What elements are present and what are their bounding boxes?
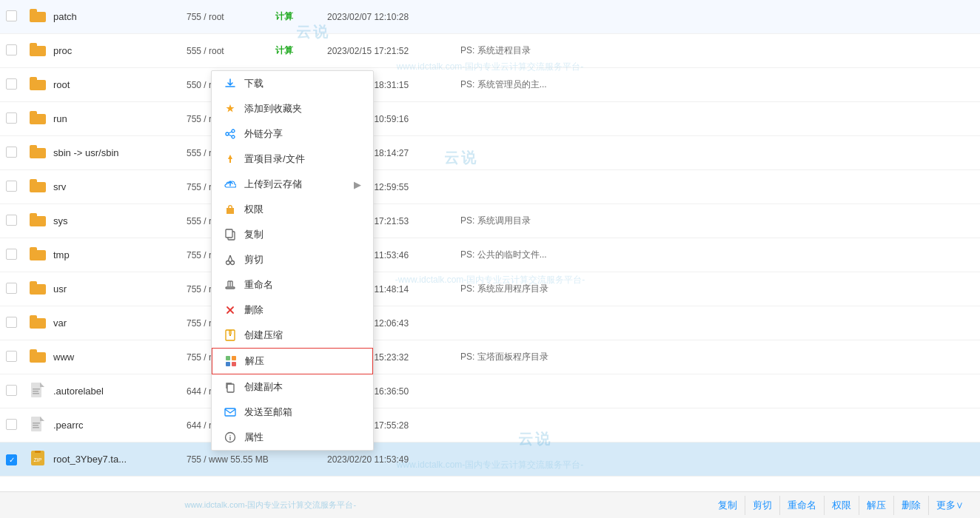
file-name-tmp[interactable]: tmp <box>53 249 187 260</box>
checkbox-indicator-tmp[interactable] <box>6 249 17 260</box>
file-name-var[interactable]: var <box>53 317 187 329</box>
menu-item-download[interactable]: 下载 <box>212 71 373 96</box>
file-name-usr[interactable]: usr <box>53 283 187 295</box>
checkbox-indicator-root_3Ybey7[interactable]: ✓ <box>6 454 17 465</box>
menu-item-create-copy[interactable]: 创建副本 <box>212 374 373 400</box>
checkbox-indicator-run[interactable] <box>6 112 17 124</box>
checkbox-tmp[interactable] <box>6 249 30 262</box>
svg-rect-3 <box>33 393 39 394</box>
file-row-usr[interactable]: usr755 / root2023/02/13 11:48:14PS: 系统应用… <box>0 272 980 306</box>
menu-icon-delete <box>224 303 237 317</box>
file-row-patch[interactable]: patch755 / root计算2023/02/07 12:10:28 <box>0 0 980 34</box>
bottom-action-delete[interactable]: 删除 <box>894 496 929 515</box>
file-icon-sys <box>30 213 53 229</box>
checkbox-indicator-var[interactable] <box>6 317 17 328</box>
checkbox-indicator-root[interactable] <box>6 78 17 90</box>
svg-text:i: i <box>229 434 232 442</box>
checkbox-patch[interactable] <box>6 10 30 24</box>
menu-item-properties[interactable]: i属性 <box>212 425 373 450</box>
svg-line-15 <box>229 135 232 136</box>
menu-item-upload-cloud[interactable]: 上传到云存储▶ <box>212 172 373 197</box>
menu-item-send-email[interactable]: 发送至邮箱 <box>212 400 373 425</box>
checkbox-root_3Ybey7[interactable]: ✓ <box>6 454 30 465</box>
checkbox-indicator-srv[interactable] <box>6 181 17 192</box>
checkbox-www[interactable] <box>6 351 30 364</box>
file-row-sys[interactable]: sys555 / root2023/02/15 17:21:53PS: 系统调用… <box>0 204 980 238</box>
menu-item-create-zip[interactable]: 创建压缩 <box>212 323 373 348</box>
file-row-tmp[interactable]: tmp755 / root2023/02/20 11:53:46PS: 公共的临… <box>0 238 980 272</box>
file-name-pearrc[interactable]: .pearrc <box>53 420 187 431</box>
file-name-autorelabel[interactable]: .autorelabel <box>53 386 187 397</box>
file-row-run[interactable]: run755 / root2023/02/20 10:59:16 <box>0 102 980 136</box>
bottom-action-more[interactable]: 更多∨ <box>929 496 971 515</box>
checkbox-indicator-autorelabel[interactable] <box>6 385 17 396</box>
checkbox-var[interactable] <box>6 317 30 330</box>
bottom-actions: 复制剪切重命名权限解压删除更多∨ <box>711 496 971 515</box>
menu-item-extract[interactable]: 解压 <box>212 348 373 374</box>
menu-label-cut: 剪切 <box>244 253 264 266</box>
menu-item-set-dir[interactable]: 置项目录/文件 <box>212 147 373 172</box>
checkbox-root[interactable] <box>6 78 30 92</box>
bottom-bar: www.idctalk.com-国内专业云计算交流服务平台- 复制剪切重命名权限… <box>0 491 980 518</box>
checkbox-sys[interactable] <box>6 215 30 228</box>
checkbox-run[interactable] <box>6 112 30 126</box>
menu-icon-create-zip <box>224 329 237 342</box>
file-row-root_3Ybey7[interactable]: ✓ZIProot_3Ybey7.ta...755 / www 55.55 MB2… <box>0 443 980 477</box>
svg-rect-22 <box>226 287 235 289</box>
file-row-srv[interactable]: srv755 / root2018/04/11 12:59:55 <box>0 170 980 204</box>
file-name-proc[interactable]: proc <box>53 45 187 56</box>
file-row-autorelabel[interactable]: .autorelabel644 / root2023/02/09 16:36:5… <box>0 374 980 408</box>
checkbox-indicator-usr[interactable] <box>6 283 17 294</box>
bottom-action-rename[interactable]: 重命名 <box>780 496 825 515</box>
svg-rect-7 <box>33 427 39 428</box>
checkbox-indicator-proc[interactable] <box>6 44 17 56</box>
checkbox-sbin[interactable] <box>6 147 30 160</box>
bottom-action-permissions[interactable]: 权限 <box>825 496 859 515</box>
file-date-proc: 2023/02/15 17:21:52 <box>327 46 460 56</box>
file-ps-www: PS: 宝塔面板程序目录 <box>460 351 974 363</box>
svg-line-21 <box>230 255 232 261</box>
file-name-root[interactable]: root <box>53 79 187 90</box>
checkbox-usr[interactable] <box>6 283 30 296</box>
file-name-sbin[interactable]: sbin -> usr/sbin <box>53 147 187 158</box>
checkbox-indicator-sys[interactable] <box>6 215 17 226</box>
file-row-www[interactable]: www755 / root2023/02/10 15:23:32PS: 宝塔面板… <box>0 340 980 374</box>
svg-rect-1 <box>33 388 40 390</box>
checkbox-autorelabel[interactable] <box>6 385 30 398</box>
checkbox-pearrc[interactable] <box>6 419 30 432</box>
file-row-root[interactable]: root550 / root2023/02/16 18:31:15PS: 系统管… <box>0 68 980 102</box>
menu-item-rename[interactable]: 重命名 <box>212 272 373 297</box>
bottom-action-cut[interactable]: 剪切 <box>745 496 780 515</box>
file-name-www[interactable]: www <box>53 352 187 363</box>
file-name-srv[interactable]: srv <box>53 181 187 192</box>
checkbox-srv[interactable] <box>6 181 30 194</box>
checkbox-indicator-pearrc[interactable] <box>6 419 17 430</box>
menu-item-add-favorite[interactable]: 添加到收藏夹 <box>212 96 373 121</box>
menu-icon-download <box>224 77 237 90</box>
file-name-patch[interactable]: patch <box>53 11 187 22</box>
file-row-var[interactable]: var755 / root2023/02/07 12:06:43 <box>0 306 980 340</box>
checkbox-indicator-patch[interactable] <box>6 10 17 21</box>
file-name-root_3Ybey7[interactable]: root_3Ybey7.ta... <box>53 454 187 465</box>
file-icon-patch <box>30 9 53 24</box>
menu-item-permissions[interactable]: 权限 <box>212 197 373 222</box>
file-row-proc[interactable]: proc555 / root计算2023/02/15 17:21:52PS: 系… <box>0 34 980 68</box>
file-row-sbin[interactable]: sbin -> usr/sbin555 / root2023/02/10 18:… <box>0 136 980 170</box>
menu-item-share-link[interactable]: 外链分享 <box>212 121 373 147</box>
menu-item-delete[interactable]: 删除 <box>212 297 373 323</box>
bottom-action-copy[interactable]: 复制 <box>711 496 745 515</box>
file-name-sys[interactable]: sys <box>53 215 187 226</box>
checkbox-proc[interactable] <box>6 44 30 58</box>
svg-rect-36 <box>232 362 236 366</box>
checkbox-indicator-sbin[interactable] <box>6 147 17 158</box>
file-icon-root <box>30 77 53 92</box>
file-name-run[interactable]: run <box>53 113 187 124</box>
checkbox-indicator-www[interactable] <box>6 351 17 362</box>
file-icon-doc-pearrc <box>30 416 46 432</box>
menu-item-copy[interactable]: 复制 <box>212 222 373 247</box>
svg-point-13 <box>232 135 235 138</box>
bottom-action-extract[interactable]: 解压 <box>859 496 894 515</box>
file-permissions-proc: 555 / root <box>187 46 275 56</box>
menu-item-cut[interactable]: 剪切 <box>212 247 373 272</box>
file-row-pearrc[interactable]: .pearrc644 / root2023/02/10 17:55:28 <box>0 408 980 443</box>
